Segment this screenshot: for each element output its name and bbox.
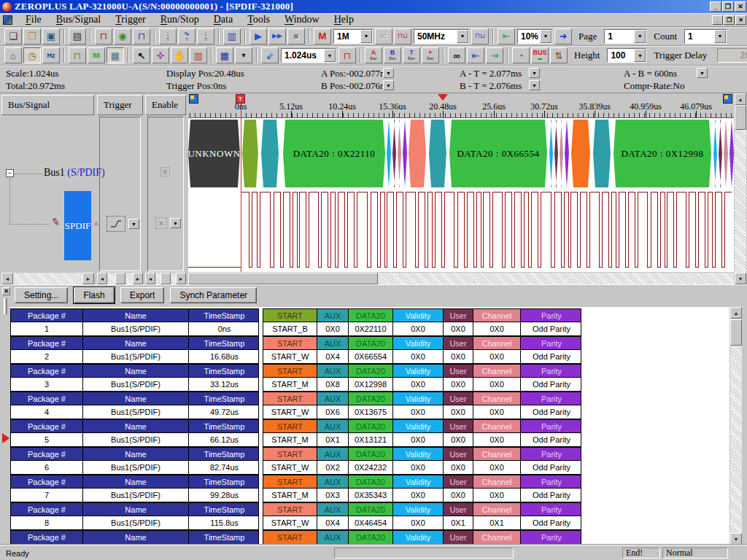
- package-value-row[interactable]: START_M0X80X129980X00X00X0Odd Parity: [263, 378, 581, 391]
- grid-toggle-button[interactable]: ▦: [107, 47, 124, 63]
- prev-transition-button[interactable]: ⇤: [467, 47, 484, 63]
- chart-tool-button[interactable]: ▥: [190, 47, 207, 63]
- select-tool-button[interactable]: ✜: [152, 47, 169, 63]
- trigger-delay-field[interactable]: 20ns: [717, 48, 747, 63]
- trigger-position-icon[interactable]: ⇤: [498, 28, 515, 44]
- trigger-mark-r-button[interactable]: ↓T: [197, 28, 214, 44]
- menu-bus-signal[interactable]: Bus/Signal: [49, 13, 108, 26]
- close-button[interactable]: ✕: [735, 1, 746, 12]
- package-value-row[interactable]: 4Bus1(S/PDIF)49.72us: [11, 405, 258, 419]
- clock-button[interactable]: ◷: [23, 47, 41, 63]
- menu-file[interactable]: File: [18, 13, 49, 26]
- mdi-minimize-button[interactable]: _: [712, 15, 723, 25]
- page-select[interactable]: 1▼: [604, 29, 646, 44]
- repeat-run-button[interactable]: ▶▶: [268, 28, 286, 44]
- new-file-button[interactable]: ❏: [4, 28, 22, 44]
- trigger-mark-b-button[interactable]: ↓T: [159, 28, 177, 44]
- home-button[interactable]: ⌂: [4, 47, 22, 63]
- package-value-row[interactable]: START_M0X30X353430X00X00X0Odd Parity: [263, 489, 581, 502]
- sampling-frequency-icon[interactable]: ⊓⊔: [394, 28, 411, 44]
- goto-trigger-button[interactable]: ➜: [554, 28, 572, 44]
- panel-grip[interactable]: [4, 298, 7, 314]
- table-vscroll-down[interactable]: ▼: [730, 533, 742, 545]
- package-value-row[interactable]: 1Bus1(S/PDIF)0ns: [11, 322, 258, 335]
- package-value-row[interactable]: 6Bus1(S/PDIF)82.74us: [11, 461, 258, 474]
- wave-vscroll-down[interactable]: ▼: [735, 273, 746, 284]
- package-value-row[interactable]: START_W0X20X242320X00X00X0Odd Parity: [263, 461, 581, 474]
- trigger-flag-icon[interactable]: T: [236, 94, 245, 104]
- wave-vscroll-up[interactable]: ▲: [735, 93, 746, 105]
- b-t-dropdown[interactable]: ▼: [529, 80, 540, 90]
- setting-button[interactable]: Setting...: [15, 287, 68, 303]
- bus-hscroll-right[interactable]: ►: [82, 273, 94, 284]
- trigger-edge-button[interactable]: [107, 216, 125, 232]
- hand-tool-button[interactable]: ✋: [171, 47, 188, 63]
- frequency-wave-icon[interactable]: ⊓⊔: [471, 28, 489, 44]
- wave-hscroll-thumb[interactable]: [188, 273, 378, 284]
- package-value-row[interactable]: 7Bus1(S/PDIF)99.28us: [11, 489, 258, 502]
- document-icon[interactable]: [3, 15, 12, 25]
- memory-depth-select[interactable]: 1M▼: [333, 29, 373, 44]
- table-vscroll-up[interactable]: ▲: [730, 307, 742, 319]
- bus-enable-checkbox[interactable]: ✕: [160, 167, 170, 176]
- count-select[interactable]: 1▼: [684, 29, 727, 44]
- chevron-down-icon[interactable]: ▼: [457, 30, 468, 43]
- compression-button[interactable]: ≍: [375, 28, 392, 44]
- run-button[interactable]: ▶: [249, 28, 267, 44]
- enable-hscroll-right[interactable]: ►: [176, 273, 186, 284]
- chevron-down-icon[interactable]: ▼: [540, 30, 551, 43]
- enable-hscroll-left[interactable]: ◄: [145, 273, 155, 284]
- memory-depth-icon[interactable]: M: [314, 28, 331, 44]
- zoom-to-bar-button[interactable]: ⇙: [261, 47, 279, 63]
- listing-view-button[interactable]: 88: [88, 47, 105, 63]
- package-value-row[interactable]: START_W0X40X665540X00X00X0Odd Parity: [263, 350, 581, 363]
- signal-enable-checkbox[interactable]: ✕: [155, 217, 167, 229]
- package-value-row[interactable]: 8Bus1(S/PDIF)115.8us: [11, 516, 258, 529]
- menu-run-stop[interactable]: Run/Stop: [153, 13, 206, 26]
- scale-select[interactable]: 1.024us▼: [281, 48, 336, 63]
- package-value-row[interactable]: START_B0X00X221100X00X00X0Odd Parity: [263, 322, 581, 335]
- event-trigger-button[interactable]: ⊓: [133, 28, 150, 44]
- chevron-down-icon[interactable]: ▼: [324, 49, 336, 62]
- b-bar-button[interactable]: BBar: [384, 47, 401, 63]
- wave-vscroll-thumb[interactable]: [735, 105, 746, 130]
- menu-help[interactable]: Help: [327, 13, 361, 26]
- find-button[interactable]: ∞: [448, 47, 465, 63]
- package-value-row[interactable]: START_W0X60X136750X00X00X0Odd Parity: [263, 405, 581, 419]
- trigger-edge-dropdown[interactable]: ▼: [128, 219, 139, 229]
- a-t-dropdown[interactable]: ▼: [529, 68, 540, 78]
- signal-enable-dropdown[interactable]: ▼: [170, 218, 181, 228]
- menu-window[interactable]: Window: [277, 13, 327, 26]
- trigger-position-select[interactable]: 10%▼: [517, 29, 552, 44]
- package-value-row[interactable]: 2Bus1(S/PDIF)16.68us: [11, 350, 258, 363]
- frequency-button[interactable]: Hz: [42, 47, 60, 63]
- a-pos-dropdown[interactable]: ▼: [383, 68, 394, 78]
- package-value-row[interactable]: 3Bus1(S/PDIF)33.12us: [11, 378, 258, 391]
- wave-mode-dropdown[interactable]: ▼: [235, 47, 252, 63]
- sort-button[interactable]: ⇅: [550, 47, 568, 63]
- next-transition-button[interactable]: ⇥: [486, 47, 503, 63]
- noise-filter-button[interactable]: ◉: [114, 28, 131, 44]
- chevron-down-icon[interactable]: ▼: [714, 30, 726, 43]
- collapse-bus-button[interactable]: −: [6, 169, 14, 177]
- package-value-row[interactable]: START_W0X40X464540X00X10X1Odd Parity: [263, 516, 581, 529]
- chevron-down-icon[interactable]: ▼: [360, 30, 372, 43]
- trigger-hscroll-thumb[interactable]: [115, 273, 125, 284]
- chevron-down-icon[interactable]: ▼: [634, 30, 646, 43]
- synch-parameter-button[interactable]: Synch Parameter: [170, 287, 257, 303]
- pulse-width-trigger-button[interactable]: ⊓: [95, 28, 112, 44]
- flash-button[interactable]: Flash: [74, 287, 114, 303]
- maximize-button[interactable]: ❐: [722, 1, 734, 12]
- wave-mode-button[interactable]: ▦: [216, 47, 233, 63]
- bus-label[interactable]: Bus1 (S/PDIF): [44, 167, 105, 179]
- menu-trigger[interactable]: Trigger: [108, 13, 153, 26]
- display-position-marker[interactable]: [438, 94, 448, 101]
- ruler-right-icon[interactable]: [723, 94, 732, 104]
- ruler-left-icon[interactable]: [189, 94, 198, 104]
- trigger-mark-t-button[interactable]: ∿T: [178, 28, 196, 44]
- open-file-button[interactable]: ❐: [23, 28, 41, 44]
- export-button[interactable]: Export: [120, 287, 165, 303]
- mdi-restore-button[interactable]: ❐: [724, 15, 735, 25]
- height-select[interactable]: 100▼: [607, 48, 646, 63]
- pulse-search-button[interactable]: ⊓: [338, 47, 356, 63]
